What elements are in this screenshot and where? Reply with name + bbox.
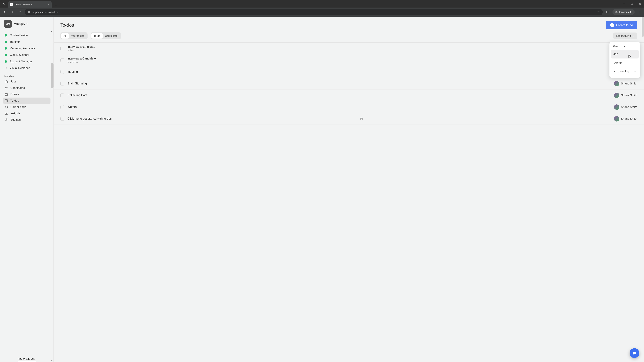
plus-icon: ＋ [610, 23, 614, 27]
job-label: Account Manager [10, 60, 32, 63]
svg-rect-3 [28, 12, 30, 13]
bookmark-star-icon[interactable] [597, 10, 600, 13]
people-icon [5, 86, 8, 90]
sidebar-nav-candidates[interactable]: Candidates [3, 85, 50, 91]
sidebar-nav-events[interactable]: Events [3, 91, 50, 97]
side-panel-button[interactable] [605, 9, 610, 15]
todo-checkbox[interactable] [60, 117, 64, 121]
filter-completed[interactable]: Completed [103, 33, 120, 38]
todo-checkbox[interactable] [60, 105, 64, 109]
sidebar: MM Moodjoy ▲ Content WriterTeacherMarket… [0, 16, 54, 362]
page-title: To-dos [60, 23, 74, 28]
todo-checkbox[interactable] [60, 82, 64, 85]
todo-row[interactable]: meeting [54, 66, 644, 78]
scroll-down-arrow[interactable]: ▼ [51, 360, 53, 362]
calendar-icon [5, 93, 8, 96]
todo-due: today [68, 49, 95, 52]
sidebar-job-item[interactable]: Account Manager [3, 58, 50, 65]
todo-checkbox[interactable] [60, 58, 64, 62]
tab-search-button[interactable] [1, 1, 8, 7]
status-dot-icon [5, 67, 7, 69]
nav-label: Candidates [10, 86, 25, 90]
todo-assignee[interactable]: Shane Smith [614, 116, 637, 121]
sidebar-nav-jobs[interactable]: Jobs [3, 78, 50, 85]
sidebar-nav-to-dos[interactable]: To-dos [3, 97, 50, 104]
avatar [614, 116, 619, 121]
scroll-up-arrow[interactable]: ▲ [51, 30, 53, 32]
briefcase-icon [5, 80, 8, 83]
sidebar-section-toggle[interactable]: Moodjoy [3, 75, 50, 78]
page-scrollbar-track[interactable] [642, 16, 644, 362]
nav-label: Events [10, 93, 19, 96]
todo-checkbox[interactable] [60, 70, 64, 74]
sidebar-scrollbar-thumb[interactable] [51, 63, 54, 88]
todo-assignee[interactable]: Shane Smith [614, 104, 637, 110]
incognito-indicator[interactable]: Incognito (2) [612, 9, 634, 15]
todo-checkbox[interactable] [60, 46, 64, 50]
svg-point-12 [5, 87, 6, 88]
todo-row[interactable]: Interview a candidatetoday [54, 42, 644, 54]
site-settings-icon[interactable] [28, 11, 30, 13]
svg-rect-11 [5, 81, 8, 83]
product-logo: HOMERUN [18, 357, 36, 361]
address-bar[interactable]: app.homerun.co/todos [25, 9, 603, 15]
tab-favicon: H [10, 3, 13, 6]
todo-row[interactable]: Brain StormingShane Smith [54, 78, 644, 89]
filter-your-todos[interactable]: Your to-dos [69, 33, 87, 38]
page-scrollbar-thumb[interactable] [642, 16, 644, 37]
window-maximize-button[interactable] [628, 0, 636, 7]
todo-row[interactable]: Interview a Candidatetomorrow [54, 54, 644, 66]
todo-title: Brain Storming [68, 82, 87, 85]
status-dot-icon [5, 41, 7, 43]
nav-reload-button[interactable] [17, 9, 23, 15]
chat-launcher-button[interactable] [630, 348, 639, 358]
sidebar-job-item[interactable]: Web Developer [3, 52, 50, 58]
svg-point-9 [639, 12, 640, 12]
chevron-down-icon [15, 75, 16, 77]
org-switcher[interactable]: MM Moodjoy [0, 16, 54, 30]
todo-row[interactable]: Click me to get started with to-dosShane… [54, 113, 644, 125]
todo-row[interactable]: WritersShane Smith [54, 101, 644, 113]
group-option-job[interactable]: Job [611, 50, 639, 58]
assignee-name: Shane Smith [621, 94, 637, 97]
filter-all[interactable]: All [61, 33, 69, 38]
browser-tab[interactable]: H To-dos · Homerun ✕ [8, 1, 52, 7]
sidebar-nav-career-page[interactable]: Career page [3, 104, 50, 110]
todo-checkbox[interactable] [60, 93, 64, 97]
status-dot-icon [5, 60, 7, 63]
grouping-button[interactable]: No grouping [613, 32, 637, 39]
status-dot-icon [5, 34, 7, 36]
svg-point-6 [615, 12, 616, 13]
sidebar-job-item[interactable]: Visual Designer [3, 65, 50, 71]
mouse-cursor-icon [628, 54, 631, 58]
sidebar-job-item[interactable]: Content Writer [3, 32, 50, 38]
window-close-button[interactable] [636, 0, 644, 7]
todo-assignee[interactable]: Shane Smith [614, 81, 637, 86]
filter-todo[interactable]: To-do [92, 33, 103, 38]
group-option-owner[interactable]: Owner [611, 58, 639, 67]
svg-rect-18 [5, 99, 8, 102]
create-todo-button[interactable]: ＋ Create to-do [606, 21, 637, 29]
svg-point-13 [7, 87, 8, 88]
main-content: To-dos ＋ Create to-do All Your to-dos To… [54, 16, 644, 362]
todo-title: Click me to get started with to-dos [68, 117, 112, 120]
org-avatar: MM [4, 20, 12, 28]
nav-forward-button[interactable] [10, 9, 15, 15]
sidebar-nav-settings[interactable]: Settings [3, 117, 50, 123]
browser-menu-button[interactable] [636, 9, 642, 15]
todo-title: Interview a candidate [68, 45, 95, 49]
dropdown-heading: Group by [611, 45, 639, 50]
app-viewport: MM Moodjoy ▲ Content WriterTeacherMarket… [0, 16, 644, 362]
sidebar-job-item[interactable]: Teacher [3, 38, 50, 45]
nav-back-button[interactable] [2, 9, 8, 15]
sidebar-nav-insights[interactable]: Insights [3, 110, 50, 117]
group-option-no-grouping[interactable]: No grouping✓ [611, 67, 639, 76]
note-icon [360, 117, 363, 120]
sidebar-job-item[interactable]: Marketing Associate [3, 45, 50, 52]
new-tab-button[interactable]: ＋ [53, 2, 58, 7]
tab-close-icon[interactable]: ✕ [48, 3, 50, 6]
todo-assignee[interactable]: Shane Smith [614, 93, 637, 98]
window-minimize-button[interactable] [620, 0, 628, 7]
incognito-icon [615, 10, 618, 13]
todo-row[interactable]: Collecting DataShane Smith [54, 89, 644, 101]
